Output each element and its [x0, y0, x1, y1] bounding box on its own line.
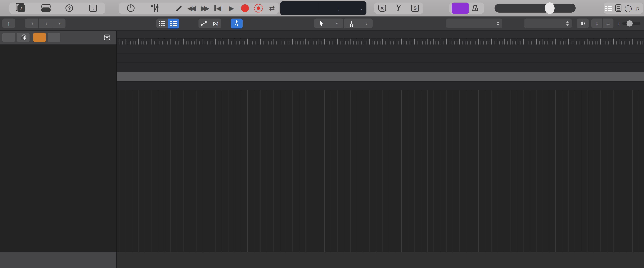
- track-list-header: [0, 31, 116, 45]
- grid-view-button[interactable]: [156, 19, 168, 28]
- note-pads-icon[interactable]: [614, 3, 623, 13]
- panel-divider[interactable]: [116, 31, 117, 268]
- split-at-playhead-button[interactable]: [231, 19, 242, 28]
- forward-button[interactable]: ▶▶: [198, 4, 210, 12]
- library-icon[interactable]: ♪: [15, 3, 28, 13]
- mixer-icon[interactable]: [148, 3, 161, 13]
- media-browser-icon[interactable]: ♬: [633, 3, 643, 13]
- cycle-button[interactable]: ⇄: [266, 4, 278, 12]
- rewind-button[interactable]: ◀◀: [185, 4, 197, 12]
- record-button[interactable]: [239, 4, 251, 12]
- tuner-icon[interactable]: [392, 3, 405, 13]
- tracks-area: [117, 31, 644, 268]
- editors-icon[interactable]: [172, 3, 185, 13]
- bar-ruler[interactable]: [117, 31, 644, 38]
- view-buttons-group: [119, 3, 191, 14]
- go-to-beginning-button[interactable]: ◀: [212, 4, 224, 12]
- command-click-tool-menu[interactable]: ∨: [344, 19, 372, 28]
- smart-controls-icon[interactable]: [124, 3, 137, 13]
- left-click-tool-menu[interactable]: ∨: [314, 19, 343, 28]
- no-input-icon[interactable]: ✕: [376, 3, 388, 13]
- automation-button[interactable]: [198, 19, 210, 28]
- local-menus: ∨ ∨ ∨: [25, 19, 66, 28]
- catch-playhead-button[interactable]: ↑: [2, 19, 15, 28]
- solo-icon[interactable]: S: [409, 3, 422, 13]
- transport-controls: ◀◀ ▶▶ ◀ ▶ ⇄: [184, 3, 279, 14]
- metronome-icon[interactable]: [469, 3, 482, 13]
- flex-button[interactable]: ⋈: [210, 19, 221, 28]
- drag-dropdown[interactable]: [524, 19, 572, 28]
- waveform-zoom-button[interactable]: [577, 19, 589, 28]
- hide-tracks-button[interactable]: [33, 33, 46, 42]
- play-button[interactable]: ▶: [225, 4, 238, 12]
- vertical-zoom-slider[interactable]: ↕: [618, 20, 640, 27]
- main-toolbar: ♪ ? ↓ ◀◀ ▶▶ ◀ ▶ ⇄ : ⌄ ✕: [0, 0, 644, 17]
- tempo-track-lane: [117, 63, 644, 72]
- library-inspector-group: ♪ ? ↓: [9, 3, 105, 14]
- autopunch-button[interactable]: [252, 4, 264, 13]
- ruler-ticks[interactable]: [117, 38, 644, 45]
- lcd-mode-chevron-icon[interactable]: ⌄: [358, 1, 364, 15]
- inspector-toggles-icon[interactable]: [39, 3, 52, 13]
- lcd-display[interactable]: : ⌄: [280, 1, 366, 15]
- region-lanes: [117, 90, 644, 252]
- edit-menu[interactable]: ∨: [25, 19, 39, 28]
- tracks-view-button[interactable]: [168, 19, 179, 28]
- list-editors-icon[interactable]: [604, 3, 613, 13]
- tracks-area-menu-bar: ↑ ∨ ∨ ∨ ⋈ ∨ ∨ ↕ ↔ ↕: [0, 17, 644, 31]
- snap-dropdown[interactable]: [446, 19, 502, 28]
- vertical-auto-zoom-button[interactable]: ↕: [592, 19, 602, 28]
- quick-help-icon[interactable]: ↓: [87, 3, 100, 13]
- master-volume-slider[interactable]: [494, 4, 576, 13]
- signature-track-lane: [117, 72, 644, 81]
- timeline-footer: [117, 252, 644, 268]
- add-track-button[interactable]: [2, 33, 15, 42]
- arrangement-track-lane: [117, 45, 644, 54]
- view-menu[interactable]: ∨: [52, 19, 66, 28]
- browser-buttons-group: ◯ ♬: [604, 3, 643, 14]
- duplicate-track-button[interactable]: [17, 33, 30, 42]
- track-list-footer: [0, 252, 116, 268]
- marker-track-lane: [117, 54, 644, 63]
- loop-browser-icon[interactable]: ◯: [624, 3, 633, 13]
- track-header-config-button[interactable]: [102, 33, 113, 42]
- help-icon[interactable]: ?: [63, 3, 76, 13]
- count-in-button[interactable]: [452, 3, 469, 14]
- solo-tracks-button[interactable]: [48, 33, 60, 42]
- functions-menu[interactable]: ∨: [39, 19, 52, 28]
- chord-track-lane: [117, 81, 644, 90]
- horizontal-auto-zoom-button[interactable]: ↔: [602, 19, 614, 28]
- mode-buttons-group: ✕ S: [374, 3, 423, 14]
